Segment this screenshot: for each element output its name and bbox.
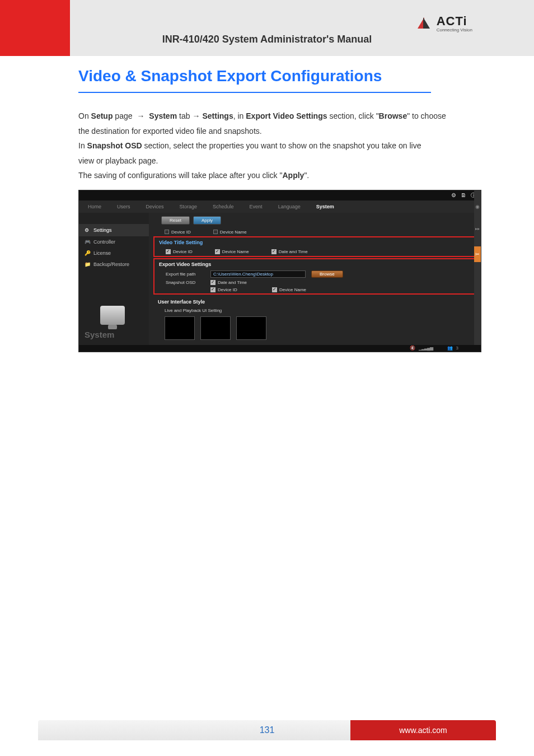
checkbox-osd-date-time[interactable]: ✓Date and Time [210,280,247,285]
sidebar-item-settings[interactable]: ⚙Settings [79,224,149,236]
ss-right-strip: ◉ ▸▸ ✂ [474,190,481,352]
reset-button[interactable]: Reset [161,216,190,225]
text-bold: Browse [379,111,407,120]
text: " to choose [407,111,446,120]
checkbox-device-name[interactable]: Device Name [213,230,247,235]
menu-schedule[interactable]: Schedule [213,204,234,209]
system-category-label: System [85,330,114,339]
ui-style-thumbnail[interactable] [165,316,195,340]
header-red-block [0,0,70,56]
gear-icon[interactable]: ⚙ [451,192,456,198]
checkbox-icon [213,230,218,234]
checkbox-vts-device-id[interactable]: ✓Device ID [166,249,193,254]
checkbox-vts-date-time[interactable]: ✓Date and Time [271,249,308,254]
key-icon: 🔑 [85,250,90,256]
sidebar-item-controller[interactable]: 🎮Controller [79,236,149,248]
ss-topbar: ⚙ 🗎 ⓘ [79,190,481,200]
browse-button[interactable]: Browse [311,270,343,278]
checkbox-osd-device-id[interactable]: ✓Device ID [210,287,266,292]
menu-devices[interactable]: Devices [146,204,164,209]
highlight-export-video-settings: Export Video Settings Export file path C… [153,258,476,295]
apply-button[interactable]: Apply [193,216,221,225]
system-monitor-icon [100,306,125,325]
pin-icon[interactable]: ✂ [474,246,481,262]
logo-tagline: Connecting Vision [437,27,472,32]
menu-users[interactable]: Users [117,204,130,209]
section-title-export-video: Export Video Settings [154,259,475,269]
checkbox-osd-device-name[interactable]: ✓Device Name [272,287,306,292]
menu-event[interactable]: Event [250,204,263,209]
export-path-input[interactable]: C:\Users\Wen.Cheng\Desktop [210,270,306,278]
text: page [113,111,134,120]
snapshot-osd-label: Snapshot OSD [166,280,205,285]
sidebar-item-label: License [93,250,111,256]
text-bold: System [147,111,177,120]
volume-bars[interactable]: ▁▂▃▄▅ [419,346,433,351]
logo-text: ACTi [437,14,467,28]
text: ". [304,171,309,180]
body-paragraph-4: view or playback page. [78,153,472,169]
checkbox-label: Date and Time [218,280,247,285]
users-count: 3 [456,346,458,351]
text: take place after you click " [191,171,282,180]
body-paragraph-1: On Setup page → System tab→Settings, in … [78,109,472,124]
ss-footer: 🔇 ▁▂▃▄▅ 👥 3 [79,345,481,352]
arrow-icon: → [190,111,202,120]
body-paragraph-2: the destination for exported video file … [78,124,472,139]
ui-style-thumbnail[interactable] [236,316,266,340]
menu-home[interactable]: Home [88,204,101,209]
export-path-label: Export file path [166,272,205,277]
menu-storage[interactable]: Storage [180,204,198,209]
logo-icon [418,17,433,30]
expand-icon[interactable]: ▸▸ [475,226,480,231]
sidebar-item-backup-restore[interactable]: 📁Backup/Restore [79,259,149,270]
checkbox-label: Device ID [218,287,237,292]
checkbox-checked-icon: ✓ [272,287,277,292]
footer-url: www.acti.com [350,720,496,740]
text: , in [233,111,246,120]
page-footer: 131 www.acti.com [38,720,496,740]
checkbox-icon [165,230,169,234]
text-bold: Settings [202,111,233,120]
checkbox-checked-icon: ✓ [215,249,220,254]
section-title-video-title: Video Title Setting [154,237,475,248]
text-bold: Setup [91,111,113,120]
checkbox-checked-icon: ✓ [210,287,216,292]
ui-style-subtitle: Live and Playback UI Setting [153,307,476,314]
body-paragraph-3: In Snapshot OSD section, select the prop… [78,138,472,153]
text: The saving of configurations will [78,171,191,180]
checkbox-device-id[interactable]: Device ID [165,230,191,235]
embedded-screenshot: ⚙ 🗎 ⓘ Home Users Devices Storage Schedul… [78,190,481,352]
ui-style-thumbnail[interactable] [200,316,231,340]
text-bold: Snapshot OSD [87,141,142,150]
menu-language[interactable]: Language [278,204,301,209]
text-bold: Apply [282,171,304,180]
checkbox-checked-icon: ✓ [210,280,216,285]
section-heading: Video & Snapshot Export Configurations [78,67,472,85]
text-bold: Export Video Settings [246,111,327,120]
sidebar-item-license[interactable]: 🔑License [79,248,149,259]
text: On [78,111,91,120]
arrow-icon: → [134,111,147,120]
ss-main-menu: Home Users Devices Storage Schedule Even… [79,200,481,213]
text: In [78,141,87,150]
checkbox-label: Device ID [173,249,193,254]
checkbox-label: Device Name [220,230,247,235]
ss-main-panel: Reset Apply Device ID Device Name Video … [149,213,481,346]
eye-icon[interactable]: ◉ [475,204,480,209]
users-icon[interactable]: 👥 [447,346,453,351]
gear-icon: ⚙ [85,227,90,233]
sidebar-item-label: Settings [93,227,112,233]
checkbox-label: Date and Time [279,249,308,254]
volume-icon[interactable]: 🔇 [410,346,415,351]
text: section, select the properties you want … [142,141,421,150]
document-icon[interactable]: 🗎 [461,192,466,198]
checkbox-vts-device-name[interactable]: ✓Device Name [215,249,249,254]
brand-logo: ACTi Connecting Vision [418,14,472,32]
folder-icon: 📁 [85,262,90,267]
checkbox-label: Device Name [279,287,306,292]
section-title-ui-style: User Interface Style [153,297,476,307]
sidebar-item-label: Controller [93,239,115,245]
menu-system[interactable]: System [316,204,334,209]
checkbox-label: Device Name [222,249,249,254]
